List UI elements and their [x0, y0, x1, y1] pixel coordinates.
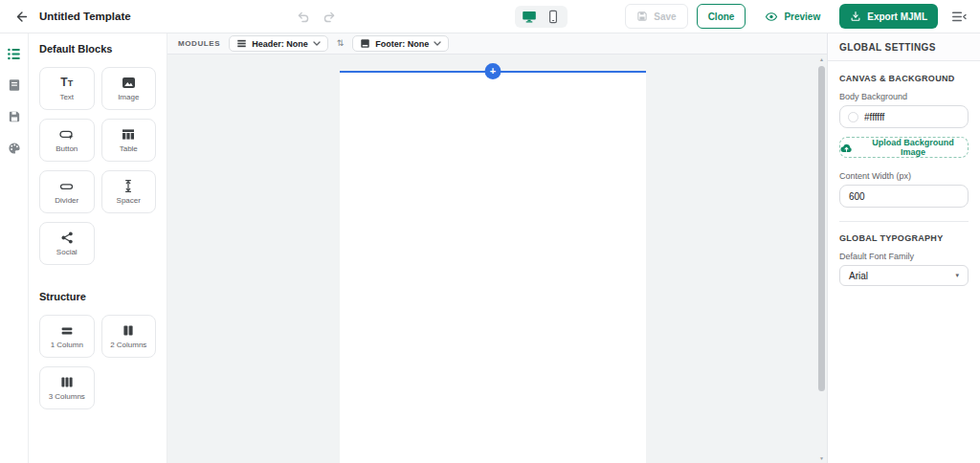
block-label: Button [56, 144, 78, 153]
body-background-label: Body Background [839, 92, 969, 101]
undo-button[interactable] [294, 9, 311, 26]
image-block-icon [122, 76, 136, 90]
block-label: Social [56, 248, 78, 256]
cloud-upload-icon [840, 143, 853, 153]
canvas-area: + ▲ ▼ [167, 55, 827, 463]
upload-background-button[interactable]: Upload Background Image [839, 137, 969, 158]
rail-theme-button[interactable] [7, 141, 22, 156]
upload-background-label: Upload Background Image [858, 138, 968, 157]
desktop-icon [522, 10, 537, 24]
chevron-down-icon [313, 41, 321, 46]
block-label: Image [118, 93, 139, 101]
color-swatch[interactable] [848, 112, 858, 122]
structure-card-1-column[interactable]: 1 Column [39, 315, 95, 358]
clone-button-label: Clone [708, 11, 735, 22]
back-button[interactable] [11, 7, 31, 26]
document-icon [8, 78, 21, 92]
scroll-down-arrow[interactable]: ▼ [819, 453, 824, 463]
history-controls [294, 0, 338, 33]
mobile-icon [546, 10, 560, 24]
header-module-dropdown[interactable]: Header: None [229, 35, 328, 52]
block-card-image[interactable]: Image [101, 67, 157, 110]
mjml-template-editor: Untitled Template [0, 0, 980, 463]
table-block-icon [122, 127, 135, 142]
rail-save-button[interactable] [7, 109, 22, 124]
content-width-label: Content Width (px) [839, 171, 969, 181]
scrollbar-thumb[interactable] [818, 66, 825, 391]
block-card-table[interactable]: Table [101, 119, 157, 162]
blocks-sidebar: Default Blocks TT Text Image [29, 33, 167, 463]
one-column-icon [60, 323, 74, 338]
block-card-spacer[interactable]: Spacer [101, 170, 157, 213]
default-blocks-heading: Default Blocks [39, 43, 156, 55]
preview-button-label: Preview [784, 11, 820, 22]
template-title: Untitled Template [39, 11, 131, 22]
left-icon-rail [0, 33, 29, 463]
scroll-up-arrow[interactable]: ▲ [819, 55, 824, 64]
block-card-button[interactable]: Button [39, 119, 95, 162]
global-settings-panel: GLOBAL SETTINGS CANVAS & BACKGROUND Body… [827, 33, 980, 463]
device-preview-toggle [515, 6, 568, 28]
top-toolbar: Untitled Template [0, 0, 980, 33]
undo-icon [296, 10, 310, 24]
export-mjml-button[interactable]: Export MJML [839, 4, 938, 29]
block-label: 1 Column [51, 341, 83, 349]
canvas-scrollbar: ▲ ▼ [816, 55, 827, 463]
rail-blocks-button[interactable] [7, 46, 22, 61]
eye-icon [765, 11, 778, 23]
block-label: 2 Columns [110, 341, 146, 349]
redo-button[interactable] [321, 9, 338, 26]
footer-module-icon [360, 38, 370, 49]
default-blocks-grid: TT Text Image [39, 67, 156, 265]
structure-grid: 1 Column 2 Columns [39, 315, 156, 409]
font-family-select[interactable]: Arial ▾ [839, 265, 969, 286]
add-block-button[interactable]: + [485, 63, 501, 79]
desktop-view-button[interactable] [522, 10, 537, 25]
footer-module-value: Footer: None [375, 39, 429, 49]
back-arrow-icon [14, 10, 29, 24]
header-module-value: Header: None [252, 39, 308, 49]
rail-templates-button[interactable] [7, 77, 22, 93]
save-icon [636, 11, 648, 22]
block-label: Divider [55, 196, 78, 205]
three-columns-icon [60, 375, 74, 389]
clone-button[interactable]: Clone [697, 4, 746, 29]
save-button[interactable]: Save [625, 4, 687, 29]
global-settings-body: CANVAS & BACKGROUND Body Background Uplo… [828, 61, 980, 298]
block-label: Table [120, 144, 138, 153]
block-card-divider[interactable]: Divider [39, 170, 95, 213]
block-label: Text [59, 93, 74, 101]
block-card-text[interactable]: TT Text [39, 67, 95, 110]
spacer-block-icon [122, 179, 135, 193]
body-background-field [839, 105, 969, 128]
scrollbar-track[interactable] [816, 64, 827, 453]
structure-heading: Structure [39, 291, 156, 302]
swap-modules-button[interactable]: ⇅ [337, 39, 345, 48]
modules-bar: MODULES Header: None ⇅ [167, 33, 827, 55]
typography-heading: GLOBAL TYPOGRAPHY [839, 233, 969, 243]
content-width-input[interactable] [839, 185, 969, 208]
divider-block-icon [59, 179, 74, 193]
structure-card-3-columns[interactable]: 3 Columns [39, 366, 95, 409]
button-block-icon [59, 127, 75, 142]
global-settings-title: GLOBAL SETTINGS [828, 33, 980, 61]
two-columns-icon [122, 323, 135, 338]
toolbar-actions: Save Clone Preview Export MJML [625, 4, 969, 29]
mobile-view-button[interactable] [546, 10, 561, 25]
canvas-background-heading: CANVAS & BACKGROUND [839, 74, 969, 83]
blocks-list-icon [7, 47, 21, 61]
collapse-panel-button[interactable] [949, 7, 969, 26]
floppy-disk-icon [8, 110, 21, 123]
block-card-social[interactable]: Social [39, 222, 95, 265]
body-background-input[interactable] [864, 112, 960, 122]
footer-module-dropdown[interactable]: Footer: None [352, 35, 449, 52]
font-family-value: Arial [849, 271, 868, 281]
export-mjml-button-label: Export MJML [867, 11, 927, 22]
preview-button[interactable]: Preview [754, 4, 831, 29]
modules-label: MODULES [178, 39, 220, 48]
chevron-down-icon: ▾ [955, 272, 959, 279]
structure-card-2-columns[interactable]: 2 Columns [101, 315, 157, 358]
email-canvas[interactable]: + [340, 71, 646, 463]
chevron-down-icon [434, 41, 441, 46]
block-label: Spacer [117, 196, 141, 205]
